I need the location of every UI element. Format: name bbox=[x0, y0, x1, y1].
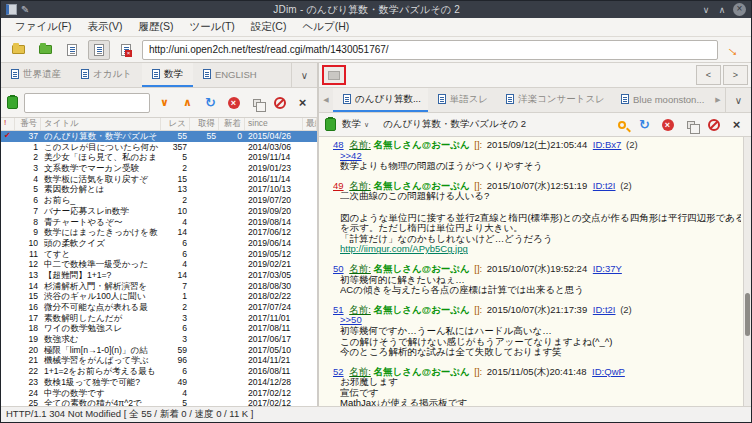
post-author[interactable]: 名無しさん@おーぷん bbox=[374, 367, 470, 377]
post-line[interactable]: を示す。ただし楕円は単位円より大きい。 bbox=[340, 223, 741, 234]
thread-list-row[interactable]: 24 中学の数学です 4 2017/02/12 bbox=[1, 388, 317, 399]
post-line[interactable]: 宣伝です bbox=[340, 388, 741, 399]
thread-list-row[interactable]: ✔ 37 のんびり算数・数学パズルそ 55 55 0 2015/04/26 bbox=[1, 131, 317, 142]
copy-button[interactable] bbox=[248, 94, 265, 111]
thread-list-row[interactable]: 25 全ての素数の積が4π^2で 5 2017/02/12 bbox=[1, 398, 317, 406]
board-select[interactable]: 数学 ∨ bbox=[342, 118, 369, 131]
search-thread-button[interactable] bbox=[613, 116, 630, 133]
reload-board-button[interactable]: ↻ bbox=[202, 94, 219, 111]
thread-list-row[interactable]: 18 ワイの数学勉強スレ 6 2017/08/11 bbox=[1, 323, 317, 334]
post-author[interactable]: 名無しさん@おーぷん bbox=[374, 264, 470, 274]
post-number-link[interactable]: 50 bbox=[333, 264, 344, 274]
thread-list-row[interactable]: 8 青チャートやるぞ〜 4 2019/08/14 bbox=[1, 217, 317, 228]
column-number[interactable]: 番号 bbox=[15, 118, 41, 130]
post-author[interactable]: 名無しさん@おーぷん bbox=[374, 140, 470, 150]
thread-list-row[interactable]: 16 微分不可能な点が表れる最 2 2017/07/24 bbox=[1, 302, 317, 313]
post-number-link[interactable]: 51 bbox=[333, 305, 344, 315]
tab-scroll-left-button[interactable]: ◀ bbox=[319, 88, 333, 112]
thread-list-row[interactable]: 11 てすと 6 2019/05/12 bbox=[1, 249, 317, 260]
thread-tab[interactable]: のんびり算数... bbox=[333, 88, 428, 112]
thread-list-row[interactable]: 22 1+1=2をお前らが考える最も 6 2016/08/11 bbox=[1, 366, 317, 377]
menu-item[interactable]: 履歴(S) bbox=[130, 18, 181, 36]
copy-thread-button[interactable] bbox=[682, 116, 699, 133]
url-input[interactable] bbox=[142, 40, 718, 60]
open-board-button[interactable] bbox=[7, 40, 29, 60]
post-line[interactable]: 今のところ解析的な試みは全て失敗しております笑 bbox=[340, 347, 741, 358]
thread-list-row[interactable]: 17 素数解明したんだが 3 2017/11/01 bbox=[1, 313, 317, 324]
thread-scrollbar[interactable] bbox=[743, 137, 751, 406]
post-name-label[interactable]: 名前: bbox=[349, 367, 371, 377]
close-button[interactable]: × bbox=[733, 3, 746, 16]
thread-list-row[interactable]: 4 数学板に活気を取り戻すぞ 15 2016/11/14 bbox=[1, 174, 317, 185]
open-favorites-button[interactable] bbox=[34, 40, 56, 60]
stop-thread-button[interactable]: × bbox=[659, 116, 676, 133]
close-pane-button[interactable]: × bbox=[294, 94, 311, 111]
post-id-link[interactable]: ID:t2I bbox=[593, 181, 616, 191]
column-last-write[interactable]: 最終書込 bbox=[303, 118, 317, 130]
post-name-label[interactable]: 名前: bbox=[349, 305, 371, 315]
post-line[interactable]: MathJax↓が使える掲示板です bbox=[340, 398, 741, 406]
post-number-link[interactable]: 48 bbox=[333, 140, 344, 150]
thread-tab[interactable]: 単語スレ bbox=[428, 88, 496, 112]
reload-thread-button[interactable]: ↻ bbox=[636, 116, 653, 133]
board-tab-overflow-button[interactable]: ∨ bbox=[291, 63, 317, 87]
post-author[interactable]: 名無しさん@おーぷん bbox=[374, 305, 470, 315]
maximize-button[interactable]: ∧ bbox=[714, 5, 730, 15]
column-got[interactable]: 取得 bbox=[190, 118, 219, 130]
menu-item[interactable]: ヘルプ(H) bbox=[294, 18, 357, 36]
thread-list-row[interactable]: 3 文系数学でマーカン受験 2 2019/01/23 bbox=[1, 163, 317, 174]
post-line[interactable]: お邪魔します bbox=[340, 377, 741, 388]
thread-list-row[interactable]: 15 渋谷のギャル100人に聞い 1 2018/02/22 bbox=[1, 291, 317, 302]
stop-load-button[interactable]: × bbox=[225, 94, 242, 111]
thread-list-row[interactable]: 6 お前ら_ 2 2019/07/20 bbox=[1, 195, 317, 206]
shade-button[interactable]: ∨ bbox=[698, 5, 714, 15]
thread-list-row[interactable]: 10 頭の柔軟クイズ 6 2019/06/14 bbox=[1, 238, 317, 249]
board-tab[interactable]: ENGLISH bbox=[193, 63, 267, 87]
post-author[interactable]: 名無しさん@おーぷん bbox=[374, 181, 470, 191]
post-name-label[interactable]: 名前: bbox=[349, 140, 371, 150]
column-mark[interactable]: ! bbox=[1, 118, 15, 130]
search-up-button[interactable]: ∧ bbox=[179, 94, 196, 111]
menu-item[interactable]: 設定(C) bbox=[243, 18, 295, 36]
search-down-button[interactable]: ∨ bbox=[156, 94, 173, 111]
thread-tab-overflow-button[interactable]: ∨ bbox=[725, 88, 751, 112]
menu-item[interactable]: 表示(V) bbox=[79, 18, 130, 36]
thread-list-row[interactable]: 1 このスレが目についたら何か 357 2014/03/06 bbox=[1, 142, 317, 153]
board-search-input[interactable] bbox=[24, 93, 150, 113]
tab-scroll-right-button[interactable]: ▶ bbox=[711, 88, 725, 112]
column-title[interactable]: タイトル bbox=[41, 118, 161, 130]
thread-list-row[interactable]: 9 数学にはまったきっかけを教 14 2017/06/12 bbox=[1, 227, 317, 238]
column-new[interactable]: 新着 bbox=[219, 118, 245, 130]
thread-list-row[interactable]: 7 バナー応募スレin数学 10 2019/09/20 bbox=[1, 206, 317, 217]
board-tab[interactable]: オカルト bbox=[71, 63, 142, 87]
post-line[interactable]: この解けそうで解けない感じがもうアッーてなりますよね(^_^) bbox=[340, 337, 741, 348]
board-tab[interactable]: 世界遺産 bbox=[1, 63, 71, 87]
post-id-link[interactable]: ID:37Y bbox=[593, 264, 622, 274]
history-forward-button[interactable]: > bbox=[723, 65, 748, 85]
post-id-link[interactable]: ID:Bx7 bbox=[593, 140, 622, 150]
image-toggle-button[interactable] bbox=[322, 65, 346, 85]
column-res[interactable]: レス bbox=[161, 118, 190, 130]
post-name-label[interactable]: 名前: bbox=[349, 264, 371, 274]
thread-list-row[interactable]: 2 美少女「ほら見て、私のおま 5 2019/11/14 bbox=[1, 152, 317, 163]
post-line[interactable]: 数学よりも物理の問題のほうがつくりやすそう bbox=[340, 161, 741, 172]
thread-tab[interactable]: 洋楽コンサートスレ bbox=[496, 88, 611, 112]
thread-list-row[interactable]: 12 中二で数検準一級受かった 4 2019/02/21 bbox=[1, 259, 317, 270]
thread-list-row[interactable]: 23 数検1級って独学で可能? 49 2014/12/28 bbox=[1, 377, 317, 388]
abone-button[interactable] bbox=[271, 94, 288, 111]
thread-list-row[interactable]: 19 数強求む 3 2017/06/17 bbox=[1, 334, 317, 345]
thread-list-row[interactable]: 5 素因数分解とは 13 2017/10/13 bbox=[1, 184, 317, 195]
post-number-link[interactable]: 49 bbox=[333, 181, 344, 191]
post-id-link[interactable]: ID:t2I bbox=[593, 305, 616, 315]
post-number-link[interactable]: 52 bbox=[333, 367, 344, 377]
board-tab[interactable]: 数学 bbox=[142, 63, 193, 87]
post-line[interactable] bbox=[340, 202, 741, 213]
thread-list-row[interactable]: 21 機械学習をがんばって学ぶ 96 2014/11/21 bbox=[1, 355, 317, 366]
thread-list-row[interactable]: 14 杉浦解析入門・解析演習を 7 2018/08/30 bbox=[1, 281, 317, 292]
url-go-button[interactable]: → bbox=[723, 40, 745, 60]
close-thread-button[interactable]: × bbox=[728, 116, 745, 133]
image-view-button[interactable] bbox=[115, 40, 137, 60]
post-line[interactable]: http://iimgur.com/APyb5Cg.jpg bbox=[340, 244, 741, 255]
thread-tab[interactable]: Blue moonston... bbox=[611, 88, 711, 112]
history-back-button[interactable]: < bbox=[696, 65, 721, 85]
